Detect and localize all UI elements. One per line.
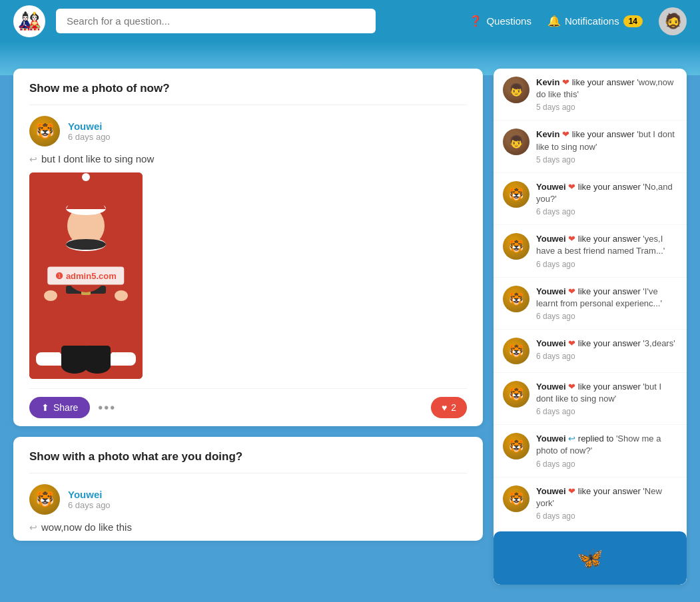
svg-point-15 — [115, 290, 128, 301]
share-icon: ⬆ — [41, 402, 49, 413]
question-title-1: Show me a photo of now? — [29, 82, 467, 105]
questions-nav-item[interactable]: ❓ Questions — [469, 15, 531, 27]
notif-username: Youwei — [536, 434, 566, 444]
answer-body-1: but I dont like to sing now — [41, 153, 154, 164]
notif-content: Youwei ❤ like your answer 'New york' 6 d… — [536, 485, 677, 521]
question-title-2: Show with a photo what are you doing? — [29, 450, 467, 473]
notif-text: Youwei ❤ like your answer 'No,and you?' — [536, 181, 677, 205]
notif-text: Youwei ❤ like your answer 'yes,I have a … — [536, 233, 677, 257]
notif-username: Kevin — [536, 129, 559, 139]
notification-item[interactable]: 🐯 Youwei ❤ like your answer 'New york' 6… — [494, 477, 687, 529]
notifications-panel: 👦 Kevin ❤ like your answer 'wow,now do l… — [494, 69, 687, 585]
answer-header-2: 🐯 Youwei 6 days ago — [29, 484, 467, 515]
actions-left-1: ⬆ Share ••• — [29, 397, 116, 418]
notification-item[interactable]: 🐯 Youwei ❤ like your answer 'I've learnt… — [494, 278, 687, 330]
questions-label: Questions — [486, 15, 531, 27]
share-button[interactable]: ⬆ Share — [29, 397, 90, 418]
notif-content: Youwei ❤ like your answer 'yes,I have a … — [536, 233, 677, 268]
notif-time: 6 days ago — [536, 352, 677, 361]
notif-time: 6 days ago — [536, 511, 677, 521]
svg-point-11 — [66, 239, 106, 250]
answer-username-1[interactable]: Youwei — [68, 121, 111, 132]
notif-username: Youwei — [536, 486, 566, 496]
notif-action: like your answer — [578, 382, 643, 392]
search-input[interactable] — [56, 9, 376, 33]
notification-item[interactable]: 🐯 Youwei ↩ replied to 'Show me a photo o… — [494, 425, 687, 477]
svg-point-10 — [82, 173, 90, 181]
watermark: ❶ admin5.com — [47, 267, 124, 285]
notif-text: Youwei ❤ like your answer 'but I dont li… — [536, 381, 677, 405]
heart-notif-icon: ❤ — [568, 382, 575, 392]
heart-notif-icon: ❤ — [568, 182, 575, 192]
user-avatar-emoji: 🧔 — [664, 13, 682, 30]
notif-time: 6 days ago — [536, 459, 677, 469]
notif-action: like your answer — [572, 77, 637, 87]
user-avatar[interactable]: 🧔 — [659, 7, 687, 35]
reply-arrow-icon-2: ↩ — [29, 522, 37, 533]
svg-rect-19 — [84, 346, 111, 369]
heart-notif-icon: ❤ — [568, 234, 575, 244]
notif-text: Youwei ❤ like your answer 'New york' — [536, 485, 677, 509]
notif-username: Youwei — [536, 382, 566, 392]
notif-content: Kevin ❤ like your answer 'wow,now do lik… — [536, 77, 677, 112]
reply-icon: ↩ — [568, 434, 575, 444]
answer-header-1: 🐯 Youwei 6 days ago — [29, 116, 467, 147]
answer-time-1: 6 days ago — [68, 132, 111, 142]
notif-time: 6 days ago — [536, 407, 677, 416]
notifications-icon: 🔔 — [547, 15, 561, 27]
notif-text: Youwei ❤ like your answer '3,dears' — [536, 338, 677, 350]
notif-time: 5 days ago — [536, 103, 677, 112]
notifications-list: 👦 Kevin ❤ like your answer 'wow,now do l… — [494, 69, 687, 529]
answer-text-1: ↩ but I dont like to sing now — [29, 153, 467, 164]
heart-notif-icon: ❤ — [568, 286, 575, 296]
notif-username: Youwei — [536, 234, 566, 244]
notifications-nav-item[interactable]: 🔔 Notifications 14 — [547, 15, 643, 27]
notif-content: Youwei ❤ like your answer 'I've learnt f… — [536, 286, 677, 321]
notif-action: like your answer — [578, 286, 643, 296]
heart-notif-icon: ❤ — [562, 77, 569, 87]
header-nav: ❓ Questions 🔔 Notifications 14 🧔 — [469, 7, 687, 35]
answer-avatar-2: 🐯 — [29, 484, 60, 515]
feed: Show me a photo of now? 🐯 Youwei 6 days … — [13, 69, 483, 585]
notif-avatar: 👦 — [503, 77, 529, 103]
notification-item[interactable]: 🐯 Youwei ❤ like your answer '3,dears' 6 … — [494, 330, 687, 373]
share-label: Share — [53, 402, 78, 413]
promo-icon: 🦋 — [577, 545, 603, 571]
notif-text: Youwei ❤ like your answer 'I've learnt f… — [536, 286, 677, 310]
notif-avatar: 🐯 — [503, 338, 529, 364]
answer-text-2: ↩ wow,now do like this — [29, 521, 467, 533]
notif-avatar: 🐯 — [503, 286, 529, 312]
notif-quote: '3,dears' — [643, 338, 675, 348]
more-button[interactable]: ••• — [98, 400, 116, 416]
heart-notif-icon: ❤ — [568, 486, 575, 496]
notification-item[interactable]: 🐯 Youwei ❤ like your answer 'No,and you?… — [494, 173, 687, 225]
main-layout: Show me a photo of now? 🐯 Youwei 6 days … — [0, 69, 700, 585]
notif-time: 6 days ago — [536, 312, 677, 321]
notif-avatar: 🐯 — [503, 381, 529, 408]
question-card-1: Show me a photo of now? 🐯 Youwei 6 days … — [13, 69, 483, 426]
questions-icon: ❓ — [469, 15, 482, 27]
answer-username-2[interactable]: Youwei — [68, 489, 111, 500]
more-label: ••• — [98, 400, 116, 415]
answer-meta-1: Youwei 6 days ago — [68, 121, 111, 142]
answer-meta-2: Youwei 6 days ago — [68, 489, 111, 510]
notification-item[interactable]: 🐯 Youwei ❤ like your answer 'but I dont … — [494, 373, 687, 425]
notification-item[interactable]: 👦 Kevin ❤ like your answer 'wow,now do l… — [494, 69, 687, 121]
notif-avatar: 🐯 — [503, 485, 529, 512]
heart-notif-icon: ❤ — [568, 338, 575, 348]
like-button[interactable]: ♥ 2 — [431, 397, 467, 418]
notif-time: 6 days ago — [536, 260, 677, 269]
notification-item[interactable]: 👦 Kevin ❤ like your answer 'but I dont l… — [494, 121, 687, 172]
notif-avatar: 🐯 — [503, 233, 529, 260]
heart-notif-icon: ❤ — [562, 129, 569, 139]
notif-text: Youwei ↩ replied to 'Show me a photo of … — [536, 433, 677, 457]
notif-username: Youwei — [536, 286, 566, 296]
notif-content: Youwei ↩ replied to 'Show me a photo of … — [536, 433, 677, 468]
notif-action: like your answer — [578, 338, 643, 348]
notif-username: Youwei — [536, 338, 566, 348]
notif-action: like your answer — [578, 234, 643, 244]
logo-avatar[interactable]: 🎎 — [13, 5, 45, 37]
notif-avatar: 🐯 — [503, 181, 529, 208]
watermark-text: ❶ admin5.com — [55, 271, 116, 281]
notification-item[interactable]: 🐯 Youwei ❤ like your answer 'yes,I have … — [494, 225, 687, 277]
